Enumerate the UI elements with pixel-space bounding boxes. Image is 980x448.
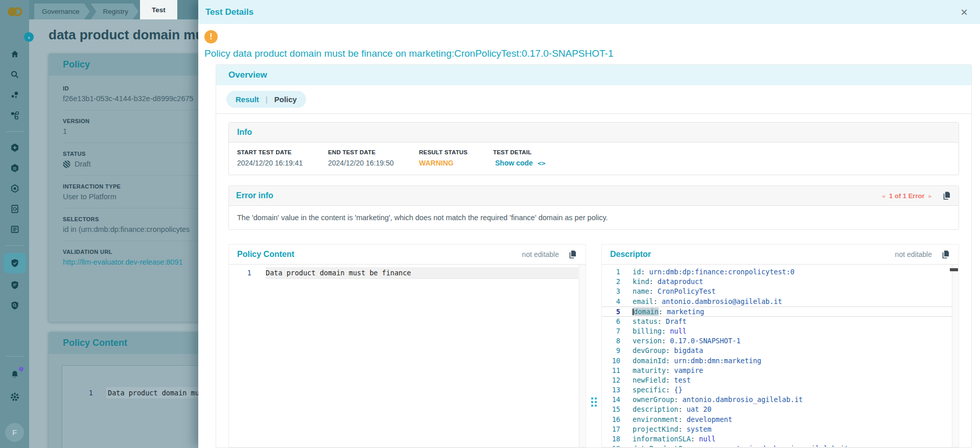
yaml-code: newField: test [633, 375, 691, 385]
sidebar-item-lineage-icon[interactable] [5, 107, 25, 124]
descriptor-line[interactable]: 7billing: null [602, 326, 959, 336]
yaml-value: system [687, 425, 712, 433]
yaml-code: description: uat 20 [633, 405, 711, 414]
next-error-icon[interactable]: ▸ [928, 192, 932, 200]
policy-content-editor[interactable]: 1Data product domain must be finance [229, 264, 586, 447]
descriptor-line[interactable]: 17projectKind: system [602, 425, 959, 434]
descriptor-line[interactable]: 3name: CronPolicyTest [602, 287, 959, 296]
sidebar-expand-button[interactable]: › [24, 32, 34, 42]
tab-governance[interactable]: Governance [34, 4, 90, 19]
line-number: 18 [602, 434, 620, 444]
info-label: START TEST DATE [237, 149, 328, 155]
policy-content-scrollbar[interactable] [579, 265, 586, 447]
panel-splitter[interactable] [586, 244, 601, 447]
yaml-value: null [670, 327, 687, 335]
sidebar: B F [0, 0, 29, 448]
yaml-key: informationSLA [633, 435, 691, 443]
yaml-key: environment [633, 415, 678, 423]
yaml-key: name [633, 287, 649, 295]
descriptor-line[interactable]: 2kind: dataproduct [602, 277, 959, 287]
sidebar-item-shield-search-icon[interactable] [5, 297, 25, 314]
descriptor-line[interactable]: 12newField: test [602, 375, 959, 385]
descriptor-line[interactable]: 10domainId: urn:dmb:dmn:marketing [602, 356, 959, 366]
sidebar-item-shield-check-icon[interactable] [4, 253, 26, 273]
field-value-text: f26e13b1-053c-4144-b32e-d8999c2675 [63, 95, 194, 103]
yaml-key: specific [633, 386, 666, 394]
sidebar-item-search-icon[interactable] [5, 66, 25, 83]
yaml-code: specific: {} [633, 385, 683, 395]
yaml-colon: : [699, 444, 707, 447]
home-icon [10, 49, 20, 59]
info-value: WARNING [419, 159, 493, 167]
info-fields: START TEST DATE2024/12/20 16:19:41END TE… [229, 143, 959, 175]
sidebar-item-bell-icon[interactable] [5, 366, 25, 383]
info-label: TEST DETAIL [493, 149, 584, 155]
copy-descriptor-icon[interactable] [940, 249, 950, 260]
descriptor-line[interactable]: 11maturity: vampire [602, 366, 959, 375]
yaml-key: billing [633, 327, 662, 335]
sidebar-item-template-doc-icon[interactable] [5, 200, 25, 218]
field-value-text: http://llm-evaluator.dev-release:8091 [63, 258, 183, 266]
descriptor-line[interactable]: 1id: urn:dmb:dp:finance:cronpolicytest:0 [602, 267, 959, 277]
yaml-colon: : [666, 346, 674, 355]
descriptor-scrollbar[interactable] [952, 265, 959, 447]
yaml-key: status [633, 317, 658, 325]
tab-test[interactable]: Test [140, 0, 177, 19]
sidebar-item-gear-icon[interactable] [5, 388, 25, 406]
yaml-value: Draft [666, 317, 687, 325]
info-value: 2024/12/20 16:19:50 [328, 159, 419, 167]
sidebar-item-hexagon-target-icon[interactable] [5, 180, 25, 197]
sidebar-item-shield-doc-icon[interactable] [5, 276, 25, 294]
descriptor-editor[interactable]: 1id: urn:dmb:dp:finance:cronpolicytest:0… [602, 264, 959, 447]
overview-card: Overview Result | Policy Info START TEST… [216, 64, 972, 448]
avatar[interactable]: F [5, 423, 24, 442]
info-value[interactable]: Show code<> [493, 159, 584, 167]
yaml-value: dataproduct [658, 277, 703, 286]
template-doc-icon [10, 204, 20, 214]
error-pagination: ◂ 1 of 1 Error ▸ [882, 192, 932, 200]
sidebar-item-hexagon-plus-icon[interactable] [5, 139, 25, 156]
descriptor-line[interactable]: 6status: Draft [602, 317, 959, 326]
overview-title: Overview [216, 65, 971, 85]
info-value-text: Show code [495, 159, 533, 167]
yaml-colon: : [678, 415, 686, 423]
prev-error-icon[interactable]: ◂ [882, 192, 885, 200]
line-number: 7 [602, 326, 620, 336]
descriptor-line[interactable]: 16environment: development [602, 415, 959, 425]
sidebar-item-data-cluster-icon[interactable] [5, 86, 25, 104]
tab-result[interactable]: Result [236, 95, 259, 104]
yaml-key: devGroup [633, 346, 666, 355]
line-number: 12 [602, 375, 620, 385]
result-policy-switch: Result | Policy [226, 91, 306, 108]
descriptor-line[interactable]: 5domain: marketing [602, 306, 959, 317]
descriptor-line[interactable]: 9devGroup: bigdata [602, 346, 959, 356]
copy-policy-content-icon[interactable] [567, 249, 577, 260]
sidebar-item-home-icon[interactable] [5, 45, 25, 63]
error-pagination-label: 1 of 1 Error [889, 192, 924, 200]
descriptor-line[interactable]: 8version: 0.17.0-SNAPSHOT-1 [602, 336, 959, 346]
yaml-key: description [633, 405, 678, 413]
descriptor-line[interactable]: 18informationSLA: null [602, 434, 959, 444]
descriptor-line[interactable]: 13specific: {} [602, 385, 959, 395]
descriptor-scrollbar-thumb[interactable] [950, 268, 958, 271]
tab-policy[interactable]: Policy [274, 95, 297, 104]
line-number: 15 [602, 405, 620, 414]
descriptor-line[interactable]: 4email: antonio.dambrosio@agilelab.it [602, 297, 959, 306]
test-alert: ! Policy data product domain must be fin… [198, 24, 980, 59]
sidebar-item-catalog-list-icon[interactable] [5, 221, 25, 238]
descriptor-line[interactable]: 19dataProductOwner: user:antonio.dambros… [602, 444, 959, 447]
yaml-code: kind: dataproduct [633, 277, 703, 287]
code-icon: <> [538, 159, 546, 167]
sidebar-bottom-nav [5, 366, 25, 406]
descriptor-line[interactable]: 15description: uat 20 [602, 405, 959, 414]
descriptor-line[interactable]: 14ownerGroup: antonio.dambrosio_agilelab… [602, 395, 959, 405]
close-icon[interactable]: × [961, 6, 968, 18]
yaml-value: antonio.dambrosio_agilelab.it [683, 395, 803, 404]
notification-badge [19, 367, 24, 371]
drag-handle-icon[interactable] [591, 397, 597, 407]
sidebar-item-hexagon-b-icon[interactable]: B [5, 159, 25, 177]
yaml-colon: : [691, 435, 699, 443]
code-line[interactable]: 1Data product domain must be finance [229, 267, 586, 279]
copy-error-icon[interactable] [941, 191, 951, 201]
tab-registry[interactable]: Registry [91, 4, 139, 19]
